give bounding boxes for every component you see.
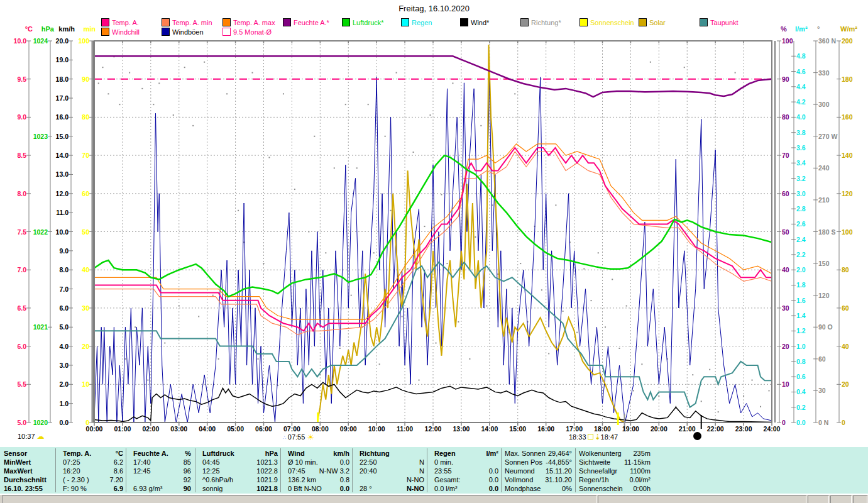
series-dot-Richtung [141, 88, 143, 89]
axis-label-l/m²: 1.6 [796, 297, 806, 304]
series-dot-Richtung [514, 93, 515, 94]
axis-label-°: 30 [818, 387, 826, 394]
table-separator [501, 448, 502, 492]
series-dot-Richtung [701, 401, 702, 402]
axis-label-l/m²: 1.2 [796, 327, 806, 334]
series-dot-Richtung [107, 93, 109, 94]
axis-label-l/m²: 4.6 [796, 68, 806, 75]
series-dot-Richtung [658, 395, 659, 397]
x-axis-label: 09:00 [340, 425, 357, 433]
status-bar [0, 494, 868, 503]
x-axis-label: 21:00 [679, 425, 696, 433]
table-value: 8.6 [58, 467, 123, 475]
axis-label-km/h: 19.0 [56, 56, 69, 64]
series-dot-Richtung [356, 167, 358, 169]
axis-label-km/h: 0.0 [59, 419, 69, 426]
legend-swatch-Solar [639, 18, 647, 26]
table-value: 1021.8 [197, 484, 278, 493]
axis-label-km/h: 9.0 [59, 247, 69, 255]
series-dot-Richtung [164, 343, 165, 344]
series-dot-Richtung [458, 321, 459, 323]
axis-label-km/h: 10.0 [56, 228, 69, 236]
axis-label-W/m²: 40 [842, 343, 849, 350]
x-axis-label: 14:00 [481, 425, 498, 433]
table-separator [126, 448, 126, 492]
table-info-value: -44,855° [505, 458, 572, 467]
table-separator [575, 448, 576, 492]
series-dot-Richtung [419, 380, 420, 381]
weather-chart-page: Freitag, 16.10.2020 10:37 ☁ ∴ 07:55 ☀ 18… [0, 0, 868, 503]
series-dot-Richtung [124, 358, 126, 360]
legend-swatch-Windböen [162, 28, 170, 36]
axis-unit-%: % [781, 25, 787, 33]
table-info-value: 15.11.20 [505, 467, 572, 475]
series-dot-Richtung [119, 104, 120, 105]
series-dot-Richtung [769, 390, 770, 391]
legend-swatch-Feuchte A.* [283, 18, 291, 26]
axis-label-°: 210 [818, 196, 830, 204]
axis-label-l/m²: 2.0 [796, 266, 806, 274]
table-separator [352, 448, 353, 492]
axis-unit-min: min [83, 25, 96, 33]
axis-label-°: 360 N [818, 37, 836, 45]
legend-item-Taupunkt: Taupunkt [700, 18, 739, 26]
legend-swatch-Windchill [101, 28, 109, 36]
series-dot-Richtung [709, 369, 710, 370]
x-axis-label: 08:00 [312, 425, 329, 433]
axis-label-km/h: 11.0 [56, 209, 69, 216]
series-dot-Richtung [373, 252, 375, 253]
legend-item-Temp. A.: Temp. A. [101, 18, 139, 26]
table-separator [55, 448, 56, 492]
axis-label-l/m²: 4.8 [796, 52, 806, 60]
x-axis-label: 03:00 [170, 425, 187, 433]
legend-label: Wind* [471, 19, 489, 26]
axis-label-l/m²: 1.8 [796, 281, 806, 289]
axis-label-°: 0 N [818, 419, 828, 426]
axis-label-km/h: 18.0 [56, 75, 69, 83]
table-value: 6.2 [58, 458, 123, 467]
legend-swatch-Temp. A. max [222, 18, 231, 26]
x-axis-label: 13:00 [453, 425, 470, 433]
axis-label-min: 60 [82, 190, 89, 197]
x-axis-label: 22:00 [707, 425, 724, 433]
table-info-value: 0:00h [579, 484, 651, 493]
legend-label: Sonnenschein [590, 19, 634, 26]
legend-label: Solar [649, 19, 666, 26]
x-axis-label: 23:00 [735, 425, 752, 433]
series-dot-Richtung [692, 374, 693, 375]
series-dot-Richtung [452, 82, 453, 84]
axis-label-km/h: 13.0 [56, 170, 69, 178]
legend-label: Luftdruck* [353, 19, 384, 26]
table-value: 0.8 [283, 475, 349, 484]
axis-label-min: 70 [82, 152, 89, 159]
axis-label-%: 80 [782, 113, 789, 121]
axis-label-km/h: 17.0 [56, 94, 69, 102]
series-dot-Richtung [147, 380, 148, 381]
axis-label-hPa: 1022 [33, 228, 48, 236]
axis-label-°C: 9.5 [17, 75, 26, 83]
axis-label-°C: 8.5 [17, 152, 26, 159]
axis-label-min: 30 [82, 304, 89, 312]
axis-label-min: 20 [82, 343, 89, 350]
axis-label-l/m²: 4.4 [796, 83, 806, 91]
series-dot-Richtung [345, 104, 346, 105]
series-dot-Richtung [368, 104, 369, 105]
series-dot-Richtung [541, 289, 542, 290]
axis-label-W/m²: 200 [842, 37, 853, 45]
series-dot-Richtung [385, 136, 386, 137]
series-dot-Richtung [407, 268, 409, 270]
series-dot-Richtung [402, 316, 403, 317]
axis-label-W/m²: 100 [842, 228, 853, 236]
statusbar-pane [808, 495, 829, 503]
table-value [429, 458, 498, 467]
legend-label: Temp. A. min [172, 19, 212, 26]
series-dot-Richtung [351, 295, 352, 296]
series-dot-Richtung [633, 390, 634, 391]
table-value: 1021.9 [197, 475, 278, 484]
axis-label-W/m²: 0 [842, 419, 845, 426]
series-dot-Richtung [469, 358, 470, 360]
axis-label-°C: 7.5 [17, 228, 26, 236]
series-dot-Richtung [252, 72, 253, 74]
axis-label-°: 330 [818, 69, 830, 77]
series-dot-Richtung [238, 210, 239, 211]
